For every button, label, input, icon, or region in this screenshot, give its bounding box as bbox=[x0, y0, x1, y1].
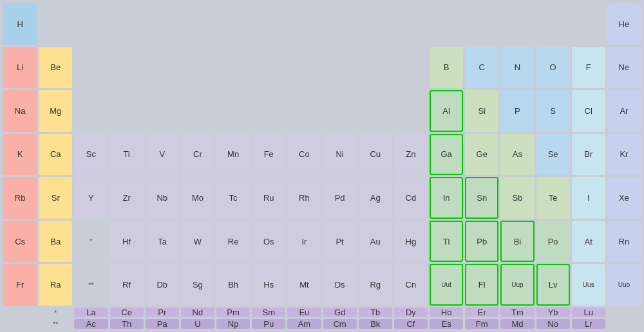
element-cl[interactable]: Cl bbox=[572, 90, 605, 132]
element-cd[interactable]: Cd bbox=[394, 177, 428, 219]
element-ru[interactable]: Ru bbox=[252, 177, 285, 219]
element-v[interactable]: V bbox=[146, 134, 179, 176]
element-zn[interactable]: Zn bbox=[394, 134, 428, 176]
element-cu[interactable]: Cu bbox=[359, 134, 392, 176]
element-sm[interactable]: Sm bbox=[252, 308, 285, 317]
element-na[interactable]: Na bbox=[3, 90, 37, 132]
element-ge[interactable]: Ge bbox=[465, 134, 498, 176]
element-la[interactable]: La bbox=[74, 308, 108, 317]
element-no[interactable]: No bbox=[536, 319, 570, 329]
element-uup[interactable]: Uup bbox=[500, 264, 534, 306]
element-tb[interactable]: Tb bbox=[359, 308, 392, 317]
element-y[interactable]: Y bbox=[74, 177, 108, 219]
element-rn[interactable]: Rn bbox=[607, 221, 641, 263]
element-cf[interactable]: Cf bbox=[394, 319, 428, 329]
element-eu[interactable]: Eu bbox=[287, 308, 321, 317]
element-cn[interactable]: Cn bbox=[394, 264, 428, 306]
element-ni[interactable]: Ni bbox=[323, 134, 357, 176]
element-tl[interactable]: Tl bbox=[430, 221, 463, 263]
element-gd[interactable]: Gd bbox=[323, 308, 357, 317]
element-pd[interactable]: Pd bbox=[323, 177, 357, 219]
element-mo[interactable]: Mo bbox=[181, 177, 214, 219]
element-pr[interactable]: Pr bbox=[146, 308, 179, 317]
element-yb[interactable]: Yb bbox=[536, 308, 570, 317]
element-f[interactable]: F bbox=[572, 47, 605, 89]
element-fm[interactable]: Fm bbox=[465, 319, 498, 329]
element-be[interactable]: Be bbox=[39, 47, 72, 89]
element-uus[interactable]: Uus bbox=[572, 264, 605, 306]
element-si[interactable]: Si bbox=[465, 90, 498, 132]
element-at[interactable]: At bbox=[572, 221, 605, 263]
element-hf[interactable]: Hf bbox=[110, 221, 144, 263]
element-ga[interactable]: Ga bbox=[430, 134, 463, 176]
element-pm[interactable]: Pm bbox=[216, 308, 250, 317]
element-er[interactable]: Er bbox=[465, 308, 498, 317]
element-kr[interactable]: Kr bbox=[607, 134, 641, 176]
element-p[interactable]: P bbox=[500, 90, 534, 132]
element-db[interactable]: Db bbox=[146, 264, 179, 306]
element-cm[interactable]: Cm bbox=[323, 319, 357, 329]
element-k[interactable]: K bbox=[3, 134, 37, 176]
element-au[interactable]: Au bbox=[359, 221, 392, 263]
element-rg[interactable]: Rg bbox=[359, 264, 392, 306]
element-hg[interactable]: Hg bbox=[394, 221, 428, 263]
element-ca[interactable]: Ca bbox=[39, 134, 72, 176]
element-ar[interactable]: Ar bbox=[607, 90, 641, 132]
element-os[interactable]: Os bbox=[252, 221, 285, 263]
element-nb[interactable]: Nb bbox=[146, 177, 179, 219]
element-ra[interactable]: Ra bbox=[39, 264, 72, 306]
element-dy[interactable]: Dy bbox=[394, 308, 428, 317]
element-se[interactable]: Se bbox=[536, 134, 570, 176]
element-th[interactable]: Th bbox=[110, 319, 144, 329]
element-po[interactable]: Po bbox=[536, 221, 570, 263]
element-w[interactable]: W bbox=[181, 221, 214, 263]
element-rh[interactable]: Rh bbox=[287, 177, 321, 219]
element-lu[interactable]: Lu bbox=[572, 308, 605, 317]
element-sn[interactable]: Sn bbox=[465, 177, 498, 219]
element-ne[interactable]: Ne bbox=[607, 47, 641, 89]
element-he[interactable]: He bbox=[607, 3, 641, 45]
element-ho[interactable]: Ho bbox=[430, 308, 463, 317]
element-bh[interactable]: Bh bbox=[216, 264, 250, 306]
element-star[interactable]: * bbox=[74, 221, 108, 263]
element-sb[interactable]: Sb bbox=[500, 177, 534, 219]
element-ce[interactable]: Ce bbox=[110, 308, 144, 317]
element-ac[interactable]: Ac bbox=[74, 319, 108, 329]
element-hs[interactable]: Hs bbox=[252, 264, 285, 306]
element-mt[interactable]: Mt bbox=[287, 264, 321, 306]
element-li[interactable]: Li bbox=[3, 47, 37, 89]
element-h[interactable]: H bbox=[3, 3, 37, 45]
element-mn[interactable]: Mn bbox=[216, 134, 250, 176]
element-rf[interactable]: Rf bbox=[110, 264, 144, 306]
element-as[interactable]: As bbox=[500, 134, 534, 176]
element-np[interactable]: Np bbox=[216, 319, 250, 329]
element-te[interactable]: Te bbox=[536, 177, 570, 219]
element-al[interactable]: Al bbox=[430, 90, 463, 132]
element-o[interactable]: O bbox=[536, 47, 570, 89]
element-lv[interactable]: Lv bbox=[536, 264, 570, 306]
element-ta[interactable]: Ta bbox=[146, 221, 179, 263]
element-es[interactable]: Es bbox=[430, 319, 463, 329]
element-mg[interactable]: Mg bbox=[39, 90, 72, 132]
element-am[interactable]: Am bbox=[287, 319, 321, 329]
element-fe[interactable]: Fe bbox=[252, 134, 285, 176]
element-zr[interactable]: Zr bbox=[110, 177, 144, 219]
element-ti[interactable]: Ti bbox=[110, 134, 144, 176]
element-fr[interactable]: Fr bbox=[3, 264, 37, 306]
element-in[interactable]: In bbox=[430, 177, 463, 219]
element-bk[interactable]: Bk bbox=[359, 319, 392, 329]
element-i[interactable]: I bbox=[572, 177, 605, 219]
element-sr[interactable]: Sr bbox=[39, 177, 72, 219]
element-cr[interactable]: Cr bbox=[181, 134, 214, 176]
element-star*[interactable]: ** bbox=[74, 264, 108, 306]
element-uuo[interactable]: Uuo bbox=[607, 264, 641, 306]
element-ag[interactable]: Ag bbox=[359, 177, 392, 219]
element-lr[interactable]: Lr bbox=[572, 319, 605, 329]
element-tc[interactable]: Tc bbox=[216, 177, 250, 219]
element-ba[interactable]: Ba bbox=[39, 221, 72, 263]
element-pa[interactable]: Pa bbox=[146, 319, 179, 329]
element-c[interactable]: C bbox=[465, 47, 498, 89]
element-ir[interactable]: Ir bbox=[287, 221, 321, 263]
element-pu[interactable]: Pu bbox=[252, 319, 285, 329]
element-re[interactable]: Re bbox=[216, 221, 250, 263]
